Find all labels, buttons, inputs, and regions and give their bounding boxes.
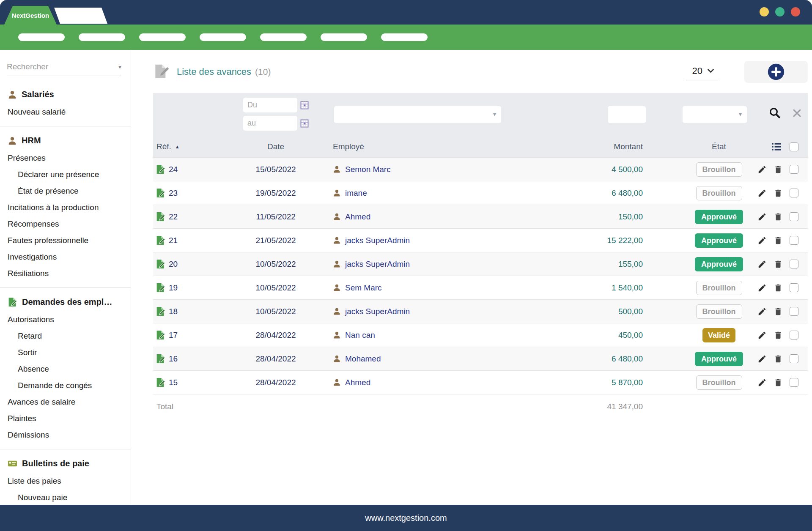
employee-name[interactable]: Ahmed (345, 378, 370, 387)
ref-cell[interactable]: 15 (153, 378, 238, 387)
employee-name[interactable]: Semon Marc (345, 165, 391, 174)
trash-icon[interactable] (774, 331, 783, 340)
trash-icon[interactable] (774, 212, 783, 222)
trash-icon[interactable] (774, 236, 783, 245)
row-checkbox[interactable] (790, 260, 798, 268)
date-from-input[interactable] (243, 98, 297, 112)
sidebar-item[interactable]: Sortir (0, 344, 131, 361)
row-checkbox[interactable] (790, 236, 798, 245)
edit-pencil-icon[interactable] (757, 283, 767, 293)
employee-name[interactable]: jacks SuperAdmin (345, 260, 410, 269)
edit-pencil-icon[interactable] (757, 212, 767, 222)
sidebar-item[interactable]: Fautes professionnelle (0, 232, 131, 249)
sidebar-section-header[interactable]: Salariés (0, 87, 131, 104)
employee-name[interactable]: jacks SuperAdmin (345, 307, 410, 316)
row-checkbox[interactable] (790, 283, 798, 292)
trash-icon[interactable] (774, 283, 783, 293)
ref-value[interactable]: 17 (169, 331, 178, 340)
edit-pencil-icon[interactable] (757, 189, 767, 198)
employee-filter-select[interactable]: ▾ (334, 106, 501, 123)
nav-pill[interactable] (79, 33, 125, 41)
employee-name[interactable]: Mohamed (345, 354, 381, 364)
edit-pencil-icon[interactable] (757, 378, 767, 387)
ref-value[interactable]: 19 (169, 283, 178, 293)
ref-value[interactable]: 24 (169, 165, 178, 174)
row-checkbox[interactable] (790, 307, 798, 316)
row-checkbox[interactable] (790, 165, 798, 174)
list-icon[interactable] (771, 141, 782, 152)
ref-cell[interactable]: 17 (153, 330, 238, 340)
column-amount[interactable]: Montant (571, 142, 656, 151)
nav-pill[interactable] (321, 33, 367, 41)
ref-value[interactable]: 16 (169, 354, 178, 364)
ref-value[interactable]: 23 (169, 189, 178, 198)
ref-cell[interactable]: 23 (153, 188, 238, 198)
trash-icon[interactable] (774, 189, 783, 198)
sidebar-section-header[interactable]: Bulletins de paie (0, 456, 131, 473)
employee-cell[interactable]: jacks SuperAdmin (314, 307, 571, 316)
page-size-select[interactable]: 20 (686, 64, 718, 80)
nav-pill[interactable] (381, 33, 428, 41)
trash-icon[interactable] (774, 378, 783, 387)
row-checkbox[interactable] (790, 354, 798, 363)
row-checkbox[interactable] (790, 189, 798, 197)
ref-value[interactable]: 21 (169, 236, 178, 245)
employee-name[interactable]: jacks SuperAdmin (345, 236, 410, 245)
employee-cell[interactable]: Sem Marc (314, 283, 571, 293)
ref-value[interactable]: 18 (169, 307, 178, 316)
add-advance-button[interactable] (768, 63, 785, 80)
trash-icon[interactable] (774, 354, 783, 364)
edit-pencil-icon[interactable] (757, 354, 767, 364)
sidebar-item[interactable]: Nouveau salarié (0, 104, 131, 120)
brand-tab[interactable]: NextGestion (4, 6, 57, 25)
search-button[interactable] (768, 107, 781, 119)
state-filter-select[interactable]: ▾ (683, 106, 747, 123)
row-checkbox[interactable] (790, 378, 798, 387)
ref-cell[interactable]: 24 (153, 164, 238, 174)
ref-cell[interactable]: 18 (153, 307, 238, 316)
ref-value[interactable]: 15 (169, 378, 178, 387)
edit-pencil-icon[interactable] (757, 307, 767, 316)
edit-pencil-icon[interactable] (757, 260, 767, 269)
ref-cell[interactable]: 22 (153, 212, 238, 222)
employee-cell[interactable]: Semon Marc (314, 165, 571, 174)
column-employee[interactable]: Employé (314, 142, 571, 151)
ref-value[interactable]: 20 (169, 260, 178, 269)
sidebar-item[interactable]: Incitations à la production (0, 199, 131, 216)
employee-cell[interactable]: Ahmed (314, 212, 571, 222)
ref-cell[interactable]: 19 (153, 283, 238, 293)
ref-cell[interactable]: 20 (153, 259, 238, 269)
employee-name[interactable]: Ahmed (345, 212, 370, 222)
minimize-dot[interactable] (760, 7, 769, 16)
sidebar-search-select[interactable]: Rechercher ▾ (7, 57, 121, 76)
sidebar-item[interactable]: État de présence (0, 183, 131, 199)
sidebar-item[interactable]: Résiliations (0, 265, 131, 282)
employee-name[interactable]: Sem Marc (345, 283, 382, 293)
sidebar-item[interactable]: Avances de salaire (0, 394, 131, 410)
column-date[interactable]: Date (238, 142, 314, 151)
select-all-checkbox[interactable] (790, 142, 798, 151)
date-to-input[interactable] (243, 116, 297, 131)
employee-cell[interactable]: jacks SuperAdmin (314, 236, 571, 245)
sidebar-section-header[interactable]: HRM (0, 133, 131, 150)
employee-cell[interactable]: jacks SuperAdmin (314, 260, 571, 269)
ref-value[interactable]: 22 (169, 212, 178, 222)
sidebar-item[interactable]: Demande de congés (0, 377, 131, 394)
sidebar-item[interactable]: Plaintes (0, 410, 131, 427)
sidebar-item[interactable]: Retard (0, 328, 131, 344)
sidebar-item[interactable]: Liste des paies (0, 473, 131, 489)
column-state[interactable]: État (656, 142, 757, 151)
sidebar-item[interactable]: Autorisations (0, 311, 131, 328)
maximize-dot[interactable] (775, 7, 785, 16)
sidebar-section-header[interactable]: Demandes des empl… (0, 295, 131, 311)
trash-icon[interactable] (774, 260, 783, 269)
sidebar-item[interactable]: Récompenses (0, 216, 131, 232)
ref-cell[interactable]: 16 (153, 354, 238, 364)
edit-pencil-icon[interactable] (757, 236, 767, 245)
sidebar-item[interactable]: Déclarer une présence (0, 166, 131, 183)
employee-cell[interactable]: Nan can (314, 331, 571, 340)
nav-pill[interactable] (18, 33, 65, 41)
nav-pill[interactable] (139, 33, 186, 41)
employee-cell[interactable]: Mohamed (314, 354, 571, 364)
sidebar-item[interactable]: Nouveau paie (0, 489, 131, 505)
